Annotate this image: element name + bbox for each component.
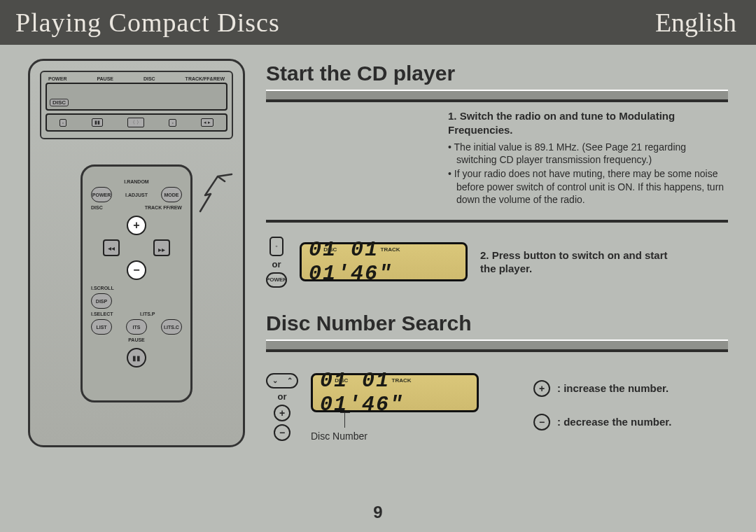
remote-track-label: TRACK FF/REW	[145, 205, 182, 210]
remote-disp-button: DISP	[91, 293, 112, 309]
remote-prev-button: ◂◂	[103, 239, 120, 256]
hu-btn: ◦	[59, 119, 66, 127]
disc-button-stack: ⌄⌃ or + −	[266, 373, 298, 441]
remote-select-label: I.SELECT	[91, 312, 113, 316]
section1-heading: Start the CD player	[266, 62, 728, 85]
lcd-label-track-2: TRACK	[392, 377, 412, 384]
disc-search-legend: + : increase the number. − : decrease th…	[533, 373, 671, 438]
remote-minus-button: −	[127, 260, 146, 280]
remote-list-button: LIST	[91, 319, 112, 335]
legend-minus-icon: −	[533, 414, 550, 430]
remote-mode-button: MODE	[161, 187, 182, 202]
disc-search-body: ⌄⌃ or + − DISC TRACK 01 01 01'46" Disc N…	[266, 373, 728, 442]
lcd-display: DISC TRACK 01 01 01'46"	[300, 242, 468, 281]
step1-block: 1. Switch the radio on and tune to Modul…	[266, 109, 728, 207]
step1-title: 1. Switch the radio on and tune to Modul…	[448, 109, 728, 136]
hu-label-pause: PAUSE	[97, 76, 113, 81]
disc-number-callout: Disc Number	[311, 430, 479, 442]
step1-bullet1: The initial value is 89.1 MHz. (See Page…	[448, 141, 728, 166]
lcd-label-track: TRACK	[381, 246, 400, 253]
hu-label-track: TRACK/FF&REW	[186, 76, 225, 81]
or-label-2: or	[278, 391, 287, 402]
cd-logo-icon: DISC	[50, 99, 69, 106]
hu-label-power: POWER	[48, 76, 66, 81]
header-title: Playing Compact Discs	[15, 7, 280, 38]
step1-bullet2: If your radio does not have muting, ther…	[448, 167, 728, 206]
hu-btn: ◦	[169, 119, 176, 127]
remote-disc-label: DISC	[91, 205, 103, 210]
remote-control-illustration: I.RANDOM POWER I.ADJUST MODE DISC TRACK …	[80, 164, 192, 402]
remote-itsc-button: I.ITS.C	[161, 319, 182, 335]
page-number: 9	[0, 503, 756, 522]
section1-rule	[266, 90, 728, 102]
remote-dpad: + ◂◂ ▸▸ −	[102, 213, 172, 283]
step2-title: 2. Press button to switch on and start t…	[480, 248, 676, 276]
remote-random-label: I.RANDOM	[91, 179, 182, 184]
legend-plus-icon: +	[533, 380, 550, 397]
hu-btn: 〈 〉	[127, 118, 144, 127]
thin-divider	[266, 220, 728, 223]
remote-plus-button: +	[127, 216, 146, 235]
step2-row: ◦ or POWER DISC TRACK 01 01 01'46" 2. Pr…	[266, 237, 728, 288]
content-column: Start the CD player 1. Switch the radio …	[266, 59, 728, 447]
remote-power-button: POWER	[91, 187, 112, 202]
legend-minus-text: : decrease the number.	[557, 416, 671, 428]
signal-zigzag-icon	[197, 173, 239, 215]
remote-scroll-label: I.SCROLL	[91, 286, 114, 290]
plus-button-icon: +	[274, 405, 290, 421]
head-unit-illustration: POWER PAUSE DISC TRACK/FF&REW DISC ◦ ▮▮ …	[40, 71, 233, 139]
hu-btn: ◂ ▸	[201, 118, 214, 127]
callout-line	[344, 412, 345, 428]
remote-next-button: ▸▸	[153, 239, 170, 256]
remote-power-button-icon: POWER	[266, 272, 287, 288]
remote-itsp-label: I.ITS.P	[140, 312, 155, 316]
legend-plus-text: : increase the number.	[557, 382, 668, 394]
unit-rocker-button-icon: ⌄⌃	[266, 373, 298, 388]
lcd-readout-2: 01 01 01'46"	[320, 369, 470, 416]
section2-heading: Disc Number Search	[266, 312, 728, 335]
power-button-stack: ◦ or POWER	[266, 237, 287, 288]
minus-button-icon: −	[274, 424, 290, 441]
lcd-label-disc: DISC	[323, 246, 337, 253]
callout-tick	[340, 412, 350, 413]
section2-rule	[266, 340, 728, 352]
lcd-label-disc-2: DISC	[335, 377, 348, 384]
remote-pause-label: PAUSE	[91, 337, 182, 342]
lcd-display-2: DISC TRACK 01 01 01'46"	[311, 373, 479, 412]
hu-label-disc: DISC	[144, 76, 155, 81]
unit-power-button-icon: ◦	[270, 237, 284, 256]
or-label: or	[272, 259, 281, 270]
page-header: Playing Compact Discs English	[0, 0, 756, 45]
device-illustration-panel: POWER PAUSE DISC TRACK/FF&REW DISC ◦ ▮▮ …	[28, 59, 245, 447]
header-language: English	[655, 7, 736, 38]
remote-its-button: ITS	[126, 319, 147, 335]
lcd-readout: 01 01 01'46"	[309, 238, 458, 286]
remote-adjust-label: I.ADJUST	[125, 192, 148, 197]
remote-pause-button: ▮▮	[127, 348, 146, 368]
hu-btn: ▮▮	[92, 118, 103, 127]
